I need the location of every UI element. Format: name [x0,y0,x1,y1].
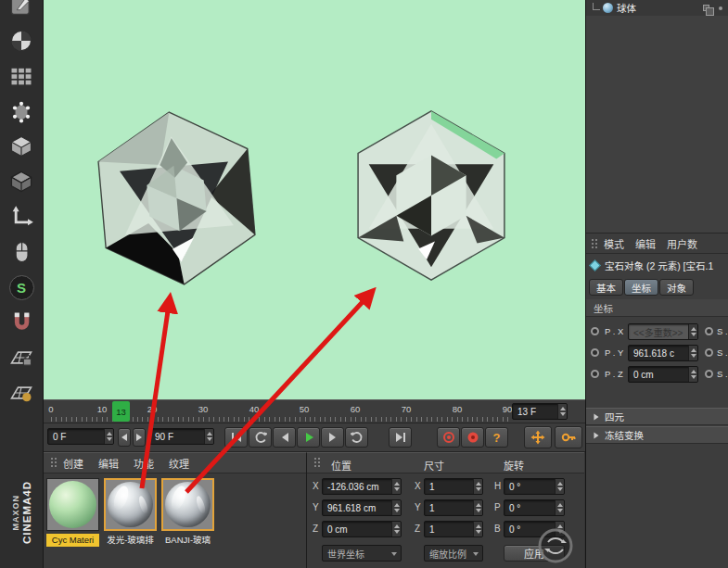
material-thumb-banji-glass[interactable] [161,478,214,531]
object-item-sphere[interactable]: 球体 [586,0,728,16]
stepper[interactable] [555,522,564,536]
play-forward-button[interactable] [345,427,368,448]
stepper[interactable] [473,500,482,515]
stepper[interactable] [391,522,401,536]
snap-s-icon[interactable]: S [3,271,40,304]
keyframe-ring-icon[interactable] [705,370,713,378]
record-position-button[interactable] [437,427,460,448]
goto-start-button[interactable] [224,427,248,448]
position-z-field[interactable]: 0 cm [322,521,402,537]
magnet-snap-icon[interactable] [3,306,40,339]
previous-frame-button[interactable] [273,427,296,448]
menu-create[interactable]: 创建 [63,456,83,471]
menu-function[interactable]: 功能 [134,456,154,471]
frame-number-stepper[interactable] [557,404,567,419]
goto-end-icon [394,431,407,444]
menu-mode[interactable]: 模式 [604,236,624,251]
rotation-p-field[interactable]: 0 ° [504,499,565,516]
pz-field[interactable]: 0 cm [628,366,698,383]
rotation-b-field[interactable]: 0 ° [504,521,565,537]
size-y-field[interactable]: 1 [424,499,483,516]
keyframe-ring-icon[interactable] [705,348,713,357]
uv-grid-icon[interactable] [3,59,40,93]
tab-coordinates[interactable]: 坐标 [624,279,658,296]
object-manager[interactable] [586,0,728,234]
tick-label: 90 [503,404,513,414]
range-next-button[interactable] [133,428,146,447]
tab-object[interactable]: 对象 [659,279,694,296]
range-end-stepper[interactable] [204,429,213,444]
panel-grip-icon[interactable] [592,239,598,249]
material-name-banji-glass[interactable]: BANJI-玻璃 [161,534,214,547]
stepper[interactable] [688,346,697,360]
polygons-mode-icon[interactable] [3,165,40,198]
range-start-field[interactable]: 0 F [47,428,114,445]
py-field[interactable]: 961.618 c [628,345,698,361]
enable-dot-icon[interactable] [719,6,722,10]
px-field[interactable]: <<多重数>> [628,323,698,340]
keyframe-ring-icon[interactable] [591,370,599,378]
panel-grip-icon[interactable] [314,458,321,468]
menu-texture[interactable]: 纹理 [169,456,189,471]
stepper[interactable] [688,324,697,339]
gem-object-left[interactable] [73,92,280,304]
menu-user-data[interactable]: 用户数 [667,236,697,251]
menu-edit[interactable]: 编辑 [98,456,119,471]
snap-grid-icon[interactable] [3,376,40,410]
stepper[interactable] [473,479,482,494]
stepper[interactable] [391,479,401,494]
points-mode-icon[interactable] [3,95,40,128]
keyframe-ring-icon[interactable] [591,327,599,335]
stepper[interactable] [391,500,401,515]
keyframe-ring-icon[interactable] [705,327,713,335]
size-x-field[interactable]: 1 [424,478,483,495]
tick-label: 10 [97,404,108,414]
make-editable-icon[interactable] [3,0,40,22]
workplane-lock-icon[interactable] [3,341,40,374]
visibility-toggle-icon[interactable] [703,5,709,11]
move-tool-button[interactable] [524,426,552,448]
keyframe-ring-icon[interactable] [591,348,599,357]
key-lock-button[interactable] [555,426,582,448]
frame-number-field[interactable]: 13 F [512,403,568,420]
viewport-solo-icon[interactable] [3,235,40,269]
panel-grip-icon[interactable] [51,458,57,468]
enable-axis-icon[interactable] [3,200,40,234]
tab-basic[interactable]: 基本 [589,279,623,296]
position-z-value: 0 cm [327,524,348,535]
material-thumb-cyc[interactable] [46,478,99,531]
stepper[interactable] [555,479,564,494]
scale-mode-dropdown[interactable]: 缩放比例 [424,545,483,562]
range-end-field[interactable]: 90 F [149,428,214,445]
next-frame-button[interactable] [321,427,344,448]
play-button[interactable] [297,427,320,448]
gem-object-right[interactable] [338,104,524,287]
play-backward-button[interactable] [249,427,272,448]
texture-mode-icon[interactable] [3,24,40,57]
help-button[interactable]: ? [485,427,508,448]
material-thumb-glow-glass[interactable] [104,478,157,531]
current-frame-marker[interactable]: 13 [112,401,130,422]
stepper[interactable] [555,500,564,515]
range-prev-button[interactable] [118,428,131,447]
position-x-field[interactable]: -126.036 cm [322,478,402,495]
rotation-h-field[interactable]: 0 ° [504,478,565,495]
range-end-value: 90 F [155,432,173,442]
position-y-field[interactable]: 961.618 cm [322,499,402,516]
viewport-3d[interactable] [44,0,585,399]
timeline-ruler[interactable]: 0 10 20 30 40 50 60 70 80 90 13 13 F [44,399,585,423]
stepper[interactable] [473,522,482,536]
material-name-glow-glass[interactable]: 发光-玻璃排 [104,534,157,547]
menu-edit[interactable]: 编辑 [635,236,656,251]
material-name-cyc[interactable]: Cyc Materi [46,534,99,547]
apply-button[interactable]: 应用 [504,545,565,562]
stepper[interactable] [688,367,697,382]
coordinate-space-dropdown[interactable]: 世界坐标 [322,545,402,562]
autokey-button[interactable] [461,427,484,448]
edges-mode-icon[interactable] [3,130,40,163]
goto-end-button[interactable] [389,427,412,448]
group-quaternion[interactable]: 四元 [586,408,728,425]
size-z-field[interactable]: 1 [424,521,483,537]
range-start-stepper[interactable] [104,429,113,444]
group-freeze-transform[interactable]: 冻结变换 [586,426,728,444]
